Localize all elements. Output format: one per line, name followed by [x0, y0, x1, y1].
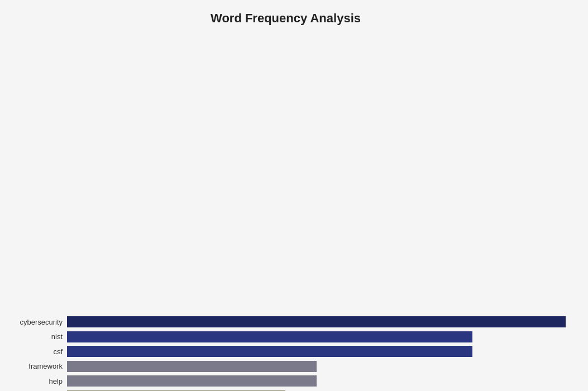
chart-title: Word Frequency Analysis: [6, 11, 566, 26]
bar-fill: [67, 331, 472, 342]
bar-fill: [67, 316, 566, 327]
bar-label: nist: [6, 332, 67, 341]
bar-label: framework: [6, 362, 67, 370]
bar-track: [67, 316, 566, 327]
bar-row: help: [6, 374, 566, 388]
bar-label: csf: [6, 347, 67, 356]
bar-track: [67, 361, 566, 372]
bar-fill: [67, 375, 317, 387]
bar-label: cybersecurity: [6, 318, 67, 326]
bar-row: framework: [6, 360, 566, 374]
bar-track: [67, 346, 566, 357]
bar-row: cybersecurity: [6, 315, 566, 329]
bar-track: [67, 331, 566, 342]
bar-track: [67, 375, 566, 387]
chart-container: Word Frequency Analysis cybersecuritynis…: [0, 0, 588, 391]
bar-fill: [67, 346, 472, 357]
bar-row: csf: [6, 345, 566, 359]
grid-lines: [128, 36, 566, 321]
bar-fill: [67, 361, 317, 372]
bar-label: help: [6, 377, 67, 385]
bar-row: nist: [6, 330, 566, 344]
